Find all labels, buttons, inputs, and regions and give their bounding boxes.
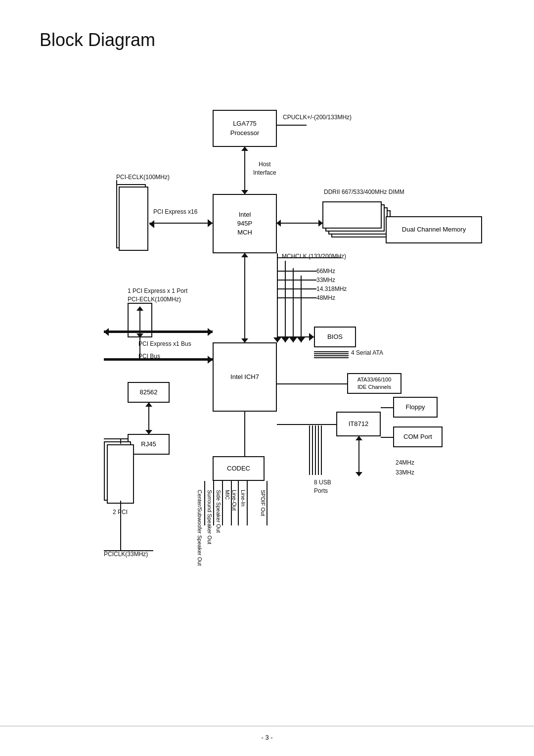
page-footer: - 3 -: [0, 726, 534, 741]
codec-box: CODEC: [213, 456, 265, 481]
serial-ata-label: 4 Serial ATA: [351, 349, 383, 357]
host-interface-label: HostInterface: [253, 160, 276, 177]
processor-box: LGA775Processor: [213, 110, 277, 147]
dual-channel-memory-box: Dual Channel Memory: [386, 216, 482, 243]
line-out-label: Line-Out: [231, 490, 237, 511]
pci-express-x1-port-label: 1 PCI Express x 1 PortPCI-ECLK(100MHz): [128, 287, 187, 304]
side-speaker-label: Side Speaker Out: [216, 490, 222, 533]
pciclk-label: PCICLK(33MHz): [104, 550, 148, 559]
floppy-box: Floppy: [393, 397, 438, 418]
line-in-label: Line-In: [240, 490, 246, 507]
freq-24mhz-label: 24MHz: [396, 459, 414, 467]
pci-express-x16-label: PCI Express x16: [153, 208, 197, 216]
ich7-box: Intel ICH7: [213, 342, 277, 412]
surround-label: Surround Speaker Out: [207, 490, 213, 544]
cpuclk-label: CPUCLK+/-(200/133MHz): [283, 113, 352, 122]
com-port-box: COM Port: [393, 426, 443, 447]
block-diagram: LGA775Processor CPUCLK+/-(200/133MHz) PC…: [40, 65, 494, 709]
mic-label: MIC: [224, 490, 230, 500]
page-number: - 3 -: [261, 734, 272, 741]
page-title: Block Diagram: [40, 30, 494, 50]
pci-express-x1-bus-label: PCI Express x1 Bus: [138, 340, 191, 348]
freq-33mhz-it-label: 33MHz: [396, 469, 414, 477]
spdif-out-label: SPDIF Out: [260, 490, 266, 516]
bios-box: BIOS: [314, 327, 356, 347]
center-subwoofer-label: Center/Subwoofer Speaker Out: [197, 490, 203, 566]
usb-label: 8 USBPorts: [314, 478, 331, 495]
mch-box: Intel945PMCH: [213, 194, 277, 253]
freq-14-label: 14.318MHz: [316, 285, 347, 293]
freq-48-label: 48MHz: [316, 294, 335, 302]
ddrii-label: DDRII 667/533/400MHz DIMM: [324, 188, 404, 196]
freq-33-label: 33MHz: [316, 276, 335, 284]
ide-box: ATA33/66/100IDE Channels: [347, 373, 401, 394]
mchclk-label: MCHCLK (133/200MHz): [282, 252, 346, 261]
pci-eclk-top-label: PCI-ECLK(100MHz): [116, 173, 170, 182]
freq-66-label: 66MHz: [316, 267, 335, 276]
